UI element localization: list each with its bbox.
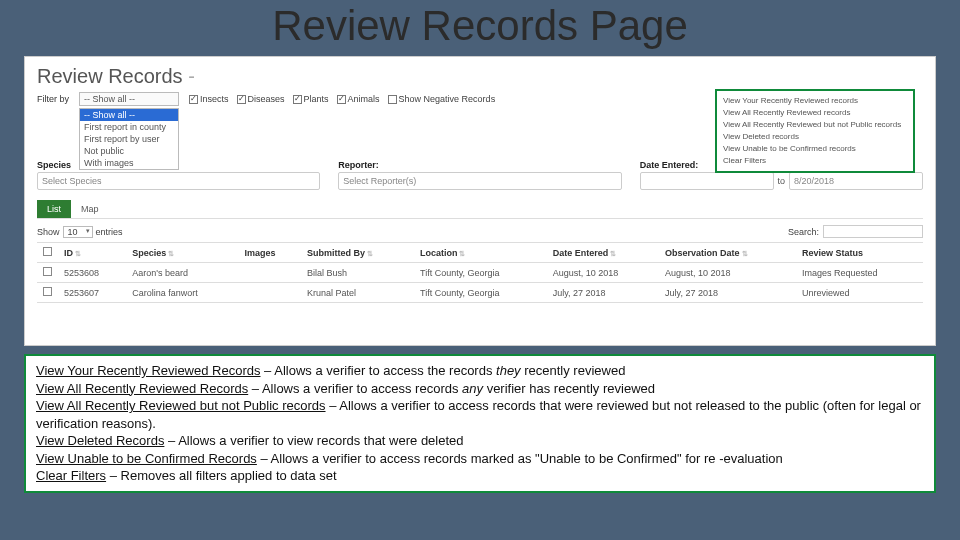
legend-line: View Deleted Records – Allows a verifier… (36, 432, 924, 450)
check-plants[interactable]: ✓Plants (293, 94, 329, 104)
screenshot-panel: Review Records - Filter by -- Show all -… (24, 56, 936, 346)
filter-dropdown-list: -- Show all -- First report in county Fi… (79, 108, 179, 170)
filter-dropdown[interactable]: -- Show all -- (79, 92, 179, 106)
entries-count-select[interactable]: 10 (63, 226, 93, 238)
cell-status: Unreviewed (796, 283, 923, 303)
date-start-input[interactable] (640, 172, 774, 190)
filter-checkboxes: ✓Insects ✓Diseases ✓Plants ✓Animals Show… (189, 92, 495, 104)
page-title-dash: - (183, 65, 195, 87)
check-negative-label: Show Negative Records (399, 94, 496, 104)
cell-entered: July, 27 2018 (547, 283, 659, 303)
select-all-checkbox[interactable] (43, 247, 52, 256)
col-entered[interactable]: Date Entered⇅ (547, 243, 659, 263)
tab-list[interactable]: List (37, 200, 71, 218)
filter-by-label: Filter by (37, 92, 69, 104)
slide-title: Review Records Page (0, 0, 960, 56)
cell-submitted: Krunal Patel (301, 283, 414, 303)
legend-line: Clear Filters – Removes all filters appl… (36, 467, 924, 485)
date-end-input[interactable]: 8/20/2018 (789, 172, 923, 190)
col-id[interactable]: ID⇅ (58, 243, 126, 263)
filter-dd-option[interactable]: Not public (80, 145, 178, 157)
filter-dd-option[interactable]: -- Show all -- (80, 109, 178, 121)
col-species[interactable]: Species⇅ (126, 243, 238, 263)
cell-submitted: Bilal Bush (301, 263, 414, 283)
cell-status: Images Requested (796, 263, 923, 283)
filter-dd-option[interactable]: First report in county (80, 121, 178, 133)
cell-obs: July, 27 2018 (659, 283, 796, 303)
check-negative[interactable]: Show Negative Records (388, 94, 496, 104)
date-to-label: to (778, 176, 786, 186)
view-tabs: List Map (37, 200, 923, 219)
quicklink[interactable]: View Deleted records (723, 131, 907, 143)
cell-location: Tift County, Georgia (414, 263, 547, 283)
check-animals-label: Animals (348, 94, 380, 104)
filter-dd-option[interactable]: First report by user (80, 133, 178, 145)
cell-id: 5253607 (58, 283, 126, 303)
cell-entered: August, 10 2018 (547, 263, 659, 283)
check-insects[interactable]: ✓Insects (189, 94, 229, 104)
quicklinks-box: View Your Recently Reviewed records View… (715, 89, 915, 173)
cell-species: Aaron's beard (126, 263, 238, 283)
col-status[interactable]: Review Status (796, 243, 923, 263)
quicklink[interactable]: View Unable to be Confirmed records (723, 143, 907, 155)
table-row[interactable]: 5253608 Aaron's beard Bilal Bush Tift Co… (37, 263, 923, 283)
species-input[interactable]: Select Species (37, 172, 320, 190)
quicklink[interactable]: View Your Recently Reviewed records (723, 95, 907, 107)
reporter-label: Reporter: (338, 160, 621, 170)
search-label: Search: (788, 227, 819, 237)
show-label: Show (37, 227, 60, 237)
cell-images (239, 283, 301, 303)
cell-species: Carolina fanwort (126, 283, 238, 303)
legend-box: View Your Recently Reviewed Records – Al… (24, 354, 936, 493)
row-checkbox[interactable] (43, 267, 52, 276)
reporter-input[interactable]: Select Reporter(s) (338, 172, 621, 190)
col-submitted[interactable]: Submitted By⇅ (301, 243, 414, 263)
table-search-input[interactable] (823, 225, 923, 238)
cell-images (239, 263, 301, 283)
filter-dd-option[interactable]: With images (80, 157, 178, 169)
records-table: ID⇅ Species⇅ Images Submitted By⇅ Locati… (37, 242, 923, 303)
col-images[interactable]: Images (239, 243, 301, 263)
legend-line: View All Recently Reviewed Records – All… (36, 380, 924, 398)
quicklink[interactable]: View All Recently Reviewed records (723, 107, 907, 119)
cell-obs: August, 10 2018 (659, 263, 796, 283)
check-insects-label: Insects (200, 94, 229, 104)
check-diseases-label: Diseases (248, 94, 285, 104)
col-location[interactable]: Location⇅ (414, 243, 547, 263)
quicklink[interactable]: Clear Filters (723, 155, 907, 167)
check-plants-label: Plants (304, 94, 329, 104)
entries-label: entries (96, 227, 123, 237)
table-controls: Show 10 entries Search: (37, 225, 923, 238)
page-title: Review Records - (37, 65, 923, 88)
legend-line: View Unable to be Confirmed Records – Al… (36, 450, 924, 468)
page-title-text: Review Records (37, 65, 183, 87)
col-obs[interactable]: Observation Date⇅ (659, 243, 796, 263)
check-diseases[interactable]: ✓Diseases (237, 94, 285, 104)
tab-map[interactable]: Map (71, 200, 109, 218)
table-row[interactable]: 5253607 Carolina fanwort Krunal Patel Ti… (37, 283, 923, 303)
cell-location: Tift County, Georgia (414, 283, 547, 303)
cell-id: 5253608 (58, 263, 126, 283)
quicklink[interactable]: View All Recently Reviewed but not Publi… (723, 119, 907, 131)
legend-line: View All Recently Reviewed but not Publi… (36, 397, 924, 432)
row-checkbox[interactable] (43, 287, 52, 296)
check-animals[interactable]: ✓Animals (337, 94, 380, 104)
legend-line: View Your Recently Reviewed Records – Al… (36, 362, 924, 380)
